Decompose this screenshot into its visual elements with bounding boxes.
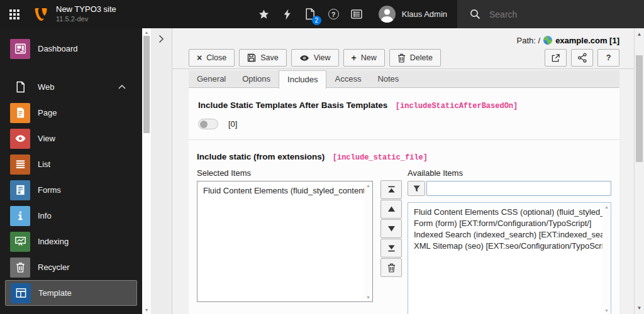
sidebar-item-page[interactable]: Page <box>0 100 142 126</box>
list-item[interactable]: XML Sitemap (seo) [EXT:seo/Configuration… <box>408 241 602 252</box>
path-label: Path: / <box>517 36 541 45</box>
sidebar-item-list[interactable]: List <box>0 151 142 177</box>
sidebar-item-web[interactable]: Web <box>0 74 142 100</box>
bookmarks-button[interactable] <box>252 0 275 28</box>
move-bottom-icon <box>387 244 396 252</box>
share-button[interactable] <box>571 49 593 67</box>
tab-general[interactable]: General <box>189 70 234 87</box>
context-help-button[interactable]: ? <box>597 49 619 67</box>
main-layout: Dashboard Web Page <box>0 28 644 314</box>
sidebar-item-indexing[interactable]: Indexing <box>0 229 142 254</box>
move-down-icon <box>387 225 396 232</box>
trash-icon <box>387 263 396 273</box>
sidebar-item-dashboard[interactable]: Dashboard <box>0 36 142 62</box>
user-name: Klaus Admin <box>402 9 447 19</box>
list-item[interactable]: Fluid Content Elements (fluid_styled_con… <box>197 185 364 197</box>
save-button[interactable]: Save <box>239 49 287 67</box>
tab-includes[interactable]: Includes <box>279 70 326 89</box>
module-menu-scrollbar[interactable]: ▲ ▼ <box>142 28 151 314</box>
sidebar-item-view[interactable]: View <box>0 126 142 151</box>
field-include-static-file: Include static (from extensions) [includ… <box>189 140 619 314</box>
topbar: New TYPO3 site 11.5.2-dev 2 ? <box>0 0 644 28</box>
sidebar-item-info[interactable]: Info <box>0 203 142 229</box>
scroll-up-icon[interactable]: ▲ <box>604 205 609 209</box>
available-filter-input[interactable] <box>426 181 611 196</box>
system-information-icon <box>351 9 362 19</box>
scroll-down-icon[interactable]: ▼ <box>604 308 609 313</box>
info-icon <box>10 206 30 226</box>
open-in-new-window-button[interactable] <box>545 49 567 67</box>
sidebar-item-label: List <box>38 160 50 169</box>
sidebar-item-label: Recycler <box>38 263 70 272</box>
search-input[interactable] <box>488 9 608 20</box>
template-icon <box>11 283 31 303</box>
recycler-trash-icon <box>10 257 30 278</box>
site-brand[interactable]: New TYPO3 site 11.5.2-dev <box>28 0 124 28</box>
toggle-switch[interactable] <box>198 119 218 129</box>
tab-bar: General Options Includes Access Notes <box>189 70 619 88</box>
web-icon <box>10 77 30 97</box>
list-item[interactable]: Indexed Search (indexed_search) [EXT:ind… <box>408 229 602 241</box>
search-icon <box>470 9 480 19</box>
list-item[interactable]: Fluid Content Elements CSS (optional) (f… <box>408 207 602 218</box>
modules-toggle-button[interactable] <box>0 0 28 28</box>
system-information-button[interactable] <box>345 0 369 28</box>
page-scrollbar[interactable]: ▲ ▼ <box>634 28 644 314</box>
scroll-up-icon[interactable]: ▲ <box>142 30 151 35</box>
sidebar-item-label: Forms <box>38 185 61 195</box>
move-up-button[interactable] <box>380 200 402 219</box>
scroll-up-icon[interactable]: ▲ <box>635 31 644 37</box>
list-controls <box>380 168 402 314</box>
selected-list-scrollbar[interactable]: ▲ ▼ <box>364 181 372 301</box>
eye-icon <box>299 55 309 62</box>
share-icon <box>577 53 587 63</box>
user-menu-button[interactable]: Klaus Admin <box>369 0 457 28</box>
scroll-down-icon[interactable]: ▼ <box>366 295 370 300</box>
available-items-list[interactable]: Fluid Content Elements CSS (optional) (f… <box>408 202 611 314</box>
move-to-bottom-button[interactable] <box>380 239 402 257</box>
scrollbar-thumb[interactable] <box>636 55 643 162</box>
topbar-search <box>457 0 644 28</box>
page-icon <box>10 103 30 123</box>
field-code: [include_static_file] <box>333 153 428 162</box>
field-include-static-after: Include Static Templates After Basis Tem… <box>189 88 619 140</box>
external-link-icon <box>551 53 560 63</box>
tab-options[interactable]: Options <box>234 70 279 87</box>
new-button[interactable]: + New <box>343 49 385 67</box>
view-button[interactable]: View <box>291 49 339 67</box>
tab-access[interactable]: Access <box>326 70 369 87</box>
form-panel: General Options Includes Access Notes In… <box>189 70 619 314</box>
sidebar-item-template[interactable]: Template <box>5 280 137 306</box>
move-down-button[interactable] <box>380 219 402 238</box>
scrollbar-thumb[interactable] <box>143 36 150 133</box>
sidebar-item-label: Dashboard <box>38 44 78 53</box>
move-to-top-button[interactable] <box>380 180 402 199</box>
scroll-down-icon[interactable]: ▼ <box>142 308 151 312</box>
globe-icon <box>543 36 552 45</box>
sidebar-item-label: Template <box>38 288 72 298</box>
sidebar-item-recycler[interactable]: Recycler <box>0 254 142 280</box>
chevron-right-icon[interactable] <box>158 35 164 43</box>
path-site: example.com [1] <box>555 36 619 45</box>
open-documents-button[interactable]: 2 <box>299 0 322 28</box>
avatar <box>379 6 396 23</box>
sidebar-item-forms[interactable]: Forms <box>0 177 142 203</box>
clear-cache-button[interactable] <box>275 0 299 28</box>
remove-item-button[interactable] <box>380 258 402 277</box>
selected-items-list[interactable]: Fluid Content Elements (fluid_styled_con… <box>197 181 373 302</box>
trash-icon <box>397 53 406 63</box>
available-list-scrollbar[interactable]: ▲ ▼ <box>602 203 611 314</box>
scroll-up-icon[interactable]: ▲ <box>366 183 370 188</box>
tab-notes[interactable]: Notes <box>369 70 407 87</box>
field-label: Include Static Templates After Basis Tem… <box>198 100 387 110</box>
delete-button[interactable]: Delete <box>389 49 441 67</box>
close-button[interactable]: × Close <box>189 49 235 67</box>
sidebar-item-label: Info <box>38 211 52 220</box>
filter-button[interactable] <box>408 181 425 196</box>
list-item[interactable]: Form (form) [EXT:form/Configuration/Typo… <box>408 218 602 229</box>
sidebar-item-label: Indexing <box>38 237 69 246</box>
move-top-icon <box>387 186 396 193</box>
help-button[interactable]: ? <box>322 0 345 28</box>
save-icon <box>247 53 256 62</box>
scroll-down-icon[interactable]: ▼ <box>635 305 644 311</box>
